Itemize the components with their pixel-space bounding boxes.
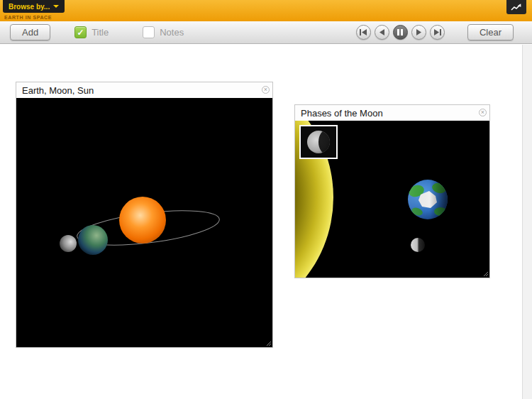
add-button[interactable]: Add (10, 24, 50, 40)
resize-handle[interactable] (483, 271, 489, 277)
trend-arrow-button[interactable] (506, 0, 526, 14)
title-checkbox-label: Title (92, 27, 109, 38)
step-back-icon (379, 29, 385, 35)
vertical-scrollbar[interactable] (522, 45, 532, 399)
panel-titlebar[interactable]: Earth, Moon, Sun × (16, 82, 272, 98)
clear-button[interactable]: Clear (467, 24, 514, 40)
app-window: Browse by... EARTH IN SPACE Add ✓ Title … (0, 0, 532, 399)
panel-title: Earth, Moon, Sun (22, 85, 94, 96)
skip-start-button[interactable] (356, 25, 371, 40)
app-header: Browse by... EARTH IN SPACE (0, 0, 532, 21)
skip-end-button[interactable] (430, 25, 445, 40)
title-checkbox[interactable]: ✓ (74, 26, 87, 38)
earth-moon-sun-scene (16, 98, 272, 347)
skip-start-icon (360, 29, 367, 35)
moon (60, 235, 77, 252)
step-back-button[interactable] (375, 25, 389, 40)
step-forward-icon (416, 29, 422, 35)
resize-handle[interactable] (266, 341, 272, 346)
pause-icon (397, 29, 403, 35)
panel-title: Phases of the Moon (301, 108, 383, 119)
browse-by-button[interactable]: Browse by... (3, 0, 65, 13)
title-checkbox-group[interactable]: ✓ Title (74, 26, 109, 38)
app-title: EARTH IN SPACE (4, 15, 52, 20)
pause-button[interactable] (393, 25, 408, 40)
earth (78, 225, 108, 255)
workspace: Earth, Moon, Sun × (0, 45, 532, 399)
moon (411, 238, 425, 252)
notes-checkbox-group[interactable]: Notes (143, 26, 184, 38)
media-controls (356, 25, 445, 40)
notes-checkbox-label: Notes (160, 27, 184, 38)
close-icon[interactable]: × (479, 109, 487, 116)
panel-titlebar[interactable]: Phases of the Moon × (295, 105, 489, 121)
trend-arrow-icon (511, 3, 522, 11)
toolbar: Add ✓ Title Notes (0, 21, 532, 44)
step-forward-button[interactable] (411, 25, 426, 40)
sun (119, 197, 166, 244)
skip-end-icon (433, 29, 441, 35)
chevron-down-icon (53, 5, 59, 8)
browse-by-label: Browse by... (9, 3, 50, 11)
moon-phases-scene (295, 121, 489, 278)
notes-checkbox[interactable] (143, 26, 155, 38)
close-icon[interactable]: × (262, 86, 270, 94)
moon-phase-thumbnail[interactable] (300, 126, 337, 158)
panel-earth-moon-sun[interactable]: Earth, Moon, Sun × (16, 82, 273, 348)
panel-phases-of-moon[interactable]: Phases of the Moon × (294, 104, 490, 278)
